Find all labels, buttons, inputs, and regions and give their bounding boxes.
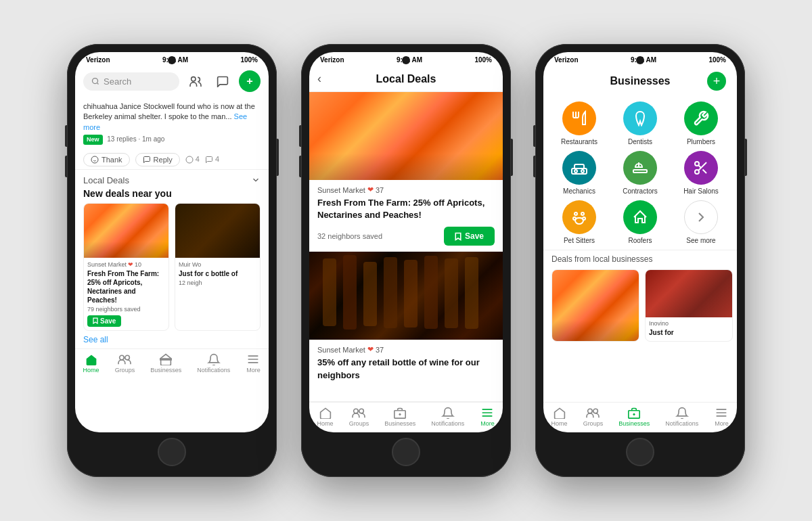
deal-full-card-2[interactable]: Sunset Market ❤ 37 35% off any retail bo…	[309, 252, 503, 402]
chevron-right-icon	[693, 209, 709, 225]
deal-card-1[interactable]: Sunset Market ❤ 10 Fresh From The Farm: …	[83, 203, 169, 331]
category-dentists[interactable]: Dentists	[612, 101, 668, 145]
nav-notifications-label: Notifications	[665, 420, 698, 427]
svg-point-33	[581, 212, 584, 215]
svg-point-2	[191, 77, 196, 81]
home-button[interactable]	[158, 438, 186, 466]
nav-notifications-label: Notifications	[431, 420, 464, 427]
wrench-icon	[693, 110, 709, 127]
deal-1-neighbors: 32 neighbors saved	[317, 232, 382, 240]
plus-icon	[245, 76, 254, 86]
svg-point-5	[91, 156, 98, 163]
deal-card-2-image	[175, 204, 260, 258]
roof-icon	[632, 209, 648, 225]
svg-point-36	[588, 409, 593, 413]
nav-businesses[interactable]: Businesses	[618, 407, 650, 427]
nav-more[interactable]: More	[246, 353, 261, 373]
phone2: Verizon 9:41 AM 100% ‹ Local Deals	[301, 44, 511, 477]
compose-button[interactable]	[239, 70, 261, 92]
bottom-nav: Home Groups Businesses	[309, 402, 503, 432]
nav-groups[interactable]: Groups	[583, 407, 604, 427]
tooth-icon	[632, 110, 648, 127]
category-see-more[interactable]: See more	[673, 200, 729, 244]
carrier-wifi: Verizon	[86, 56, 110, 64]
nav-groups[interactable]: Groups	[115, 353, 135, 373]
see-all-link[interactable]: See all	[75, 331, 269, 348]
comment-count: 4	[205, 155, 219, 164]
category-pet-sitters[interactable]: Pet Sitters	[551, 200, 607, 244]
svg-line-30	[702, 169, 706, 173]
volume-up-button	[65, 125, 67, 147]
add-business-button[interactable]: +	[707, 72, 726, 91]
nav-more-label: More	[246, 367, 261, 373]
nav-home[interactable]: Home	[83, 353, 99, 373]
new-badge: New	[83, 135, 103, 145]
deal-1-title: Fresh From The Farm: 25% off Apricots, N…	[317, 197, 495, 221]
businesses-icon	[158, 353, 173, 365]
dentists-icon-circle	[623, 101, 657, 135]
chat-button[interactable]	[212, 70, 233, 92]
nav-businesses[interactable]: Businesses	[150, 353, 181, 373]
nav-more[interactable]: More	[714, 407, 729, 427]
nav-more[interactable]: More	[480, 407, 495, 427]
category-roofers[interactable]: Roofers	[612, 200, 668, 244]
back-button[interactable]: ‹	[317, 72, 334, 86]
svg-point-9	[120, 355, 125, 360]
nav-businesses-label: Businesses	[150, 367, 181, 373]
nav-notifications[interactable]: Notifications	[665, 407, 698, 427]
page-title: Businesses	[573, 75, 707, 87]
groups-icon	[351, 407, 366, 419]
svg-point-10	[125, 355, 130, 360]
nav-groups[interactable]: Groups	[349, 407, 369, 427]
chat-icon	[216, 75, 229, 87]
category-plumbers[interactable]: Plumbers	[673, 101, 729, 145]
deal-1-merchant: Sunset Market ❤ 37	[317, 185, 495, 194]
biz-deal-card-1[interactable]: Sunset Market ❤ 21 Fresh From The Farm: …	[551, 269, 639, 342]
notifications-icon	[675, 407, 690, 419]
nav-home[interactable]: Home	[551, 407, 568, 427]
deal-1-title: Fresh From The Farm: 25% off Apricots, N…	[87, 269, 165, 304]
volume-up-button	[299, 125, 301, 147]
deals-from-section: Deals from local businesses	[543, 250, 737, 267]
businesses-header: Businesses +	[543, 66, 737, 96]
category-mechanics[interactable]: Mechanics	[551, 151, 607, 195]
smile-count-icon	[185, 156, 194, 164]
post-text: chihuahua Janice Stockwell found who is …	[75, 96, 269, 150]
battery: 100%	[474, 56, 492, 64]
notifications-icon	[441, 407, 455, 419]
power-button	[511, 139, 513, 176]
category-hair-salons[interactable]: Hair Salons	[673, 151, 729, 195]
nav-businesses[interactable]: Businesses	[384, 407, 415, 427]
category-contractors[interactable]: Contractors	[612, 151, 668, 195]
local-deals-header: Local Deals	[75, 170, 269, 188]
friend-request-button[interactable]	[185, 70, 206, 92]
deal-card-2[interactable]: Muir Wo Just for c bottle of 12 neigh	[175, 203, 261, 331]
business-categories-grid: Restaurants Dentists	[543, 96, 737, 250]
home-icon	[84, 353, 99, 365]
businesses-icon-active	[627, 407, 641, 419]
category-restaurants[interactable]: Restaurants	[551, 101, 607, 145]
deal-full-card-1[interactable]: Sunset Market ❤ 37 Fresh From The Farm: …	[309, 92, 503, 252]
search-icon	[91, 77, 99, 85]
home-button[interactable]	[392, 438, 420, 466]
nav-notifications[interactable]: Notifications	[197, 353, 230, 373]
biz-deal-2-image	[646, 270, 732, 317]
deal-1-save-button[interactable]: Save	[87, 315, 121, 327]
more-icon-active	[480, 407, 495, 419]
pet-sitters-icon-circle	[562, 200, 596, 234]
thank-button[interactable]: Thank	[83, 153, 130, 166]
nav-home[interactable]: Home	[317, 407, 334, 427]
reply-button[interactable]: Reply	[135, 153, 180, 166]
nav-notifications[interactable]: Notifications	[431, 407, 464, 427]
search-bar[interactable]: Search	[83, 72, 179, 91]
deal-1-save-button[interactable]: Save	[444, 227, 495, 246]
biz-deal-1-image	[552, 270, 639, 341]
camera-dot	[402, 56, 410, 64]
biz-deal-2-title: Just for	[649, 328, 729, 337]
home-button[interactable]	[626, 438, 654, 466]
page-header: ‹ Local Deals	[309, 66, 503, 92]
svg-line-31	[698, 165, 701, 168]
nav-home-label: Home	[551, 420, 568, 427]
deal-card-1-image	[84, 204, 168, 258]
biz-deal-card-2[interactable]: Inovino Just for	[645, 269, 733, 342]
